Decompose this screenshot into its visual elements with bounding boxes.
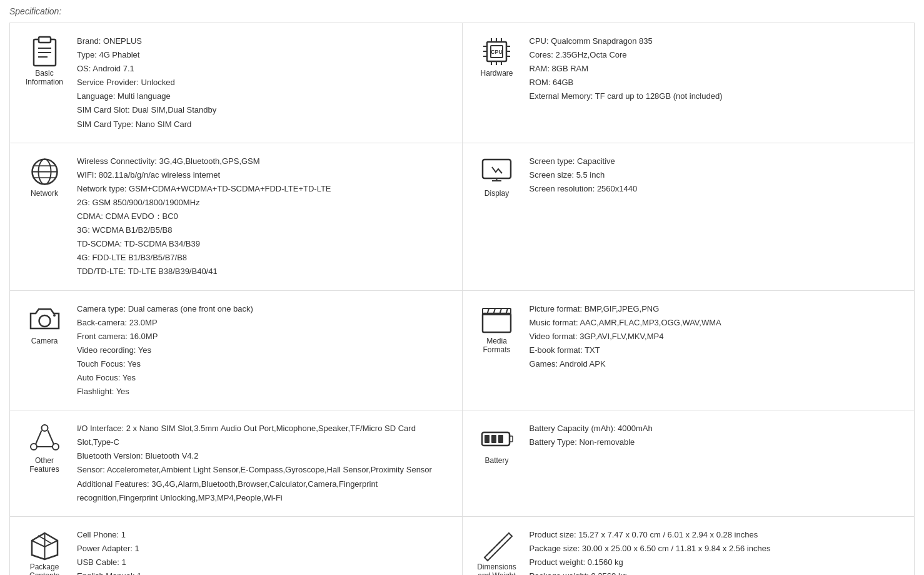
spec-line: SIM Card Type: Nano SIM Card bbox=[77, 118, 453, 131]
spec-line: Product size: 15.27 x 7.47 x 0.70 cm / 6… bbox=[530, 528, 905, 542]
svg-line-39 bbox=[36, 430, 42, 444]
spec-line: I/O Interface: 2 x Nano SIM Slot,3.5mm A… bbox=[77, 422, 453, 449]
svg-rect-25 bbox=[483, 160, 511, 178]
basic-information-icon bbox=[28, 34, 62, 69]
camera-content: Camera type: Dual cameras (one front one… bbox=[77, 302, 453, 399]
spec-line: CDMA: CDMA EVDO：BC0 bbox=[77, 210, 453, 223]
dimensions-weight-icon-wrap: Dimensions and Weight bbox=[472, 528, 522, 575]
spec-cell-dimensions-weight: Dimensions and WeightProduct size: 15.27… bbox=[463, 517, 915, 575]
spec-cell-battery: BatteryBattery Capacity (mAh): 4000mAhBa… bbox=[463, 410, 915, 517]
spec-line: Additional Features: 3G,4G,Alarm,Bluetoo… bbox=[77, 477, 453, 505]
spec-line: Brand: ONEPLUS bbox=[77, 34, 453, 48]
spec-grid: Basic InformationBrand: ONEPLUSType: 4G … bbox=[9, 23, 915, 575]
battery-icon-wrap: Battery bbox=[472, 422, 522, 465]
spec-line: Back-camera: 23.0MP bbox=[77, 316, 453, 330]
spec-line: Games: Android APK bbox=[530, 357, 905, 371]
spec-line: Language: Multi language bbox=[77, 89, 453, 103]
svg-point-38 bbox=[53, 444, 59, 450]
camera-label: Camera bbox=[31, 337, 58, 345]
spec-line: Video format: 3GP,AVI,FLV,MKV,MP4 bbox=[530, 330, 905, 343]
basic-information-content: Brand: ONEPLUSType: 4G PhabletOS: Androi… bbox=[77, 34, 453, 131]
battery-label: Battery bbox=[485, 456, 508, 465]
spec-line: TDD/TD-LTE: TD-LTE B38/B39/B40/41 bbox=[77, 265, 453, 278]
svg-text:CPU: CPU bbox=[491, 49, 503, 55]
spec-line: Video recording: Yes bbox=[77, 343, 453, 357]
battery-content: Battery Capacity (mAh): 4000mAhBattery T… bbox=[530, 422, 905, 449]
package-contents-content: Cell Phone: 1Power Adapter: 1USB Cable: … bbox=[77, 528, 453, 575]
spec-line: Package size: 30.00 x 25.00 x 6.50 cm / … bbox=[530, 542, 905, 556]
network-label: Network bbox=[31, 189, 58, 198]
spec-line: OS: Android 7.1 bbox=[77, 62, 453, 76]
battery-icon bbox=[480, 422, 514, 456]
spec-line: Power Adapter: 1 bbox=[77, 542, 453, 556]
spec-line: Product weight: 0.1560 kg bbox=[530, 556, 905, 569]
spec-line: Front camera: 16.0MP bbox=[77, 330, 453, 343]
svg-point-28 bbox=[39, 315, 50, 327]
spec-cell-media-formats: Media FormatsPicture format: BMP,GIF,JPE… bbox=[463, 291, 915, 411]
spec-line: Touch Focus: Yes bbox=[77, 357, 453, 371]
other-features-label: Other Features bbox=[19, 456, 69, 474]
svg-line-54 bbox=[490, 550, 492, 552]
spec-line: Music format: AAC,AMR,FLAC,MP3,OGG,WAV,W… bbox=[530, 316, 905, 330]
spec-line: Picture format: BMP,GIF,JPEG,PNG bbox=[530, 302, 905, 316]
svg-rect-45 bbox=[491, 435, 496, 443]
spec-line: TD-SCDMA: TD-SCDMA B34/B39 bbox=[77, 237, 453, 251]
spec-line: Bluetooth Version: Bluetooth V4.2 bbox=[77, 449, 453, 463]
other-features-icon-wrap: Other Features bbox=[19, 422, 69, 474]
dimensions-weight-content: Product size: 15.27 x 7.47 x 0.70 cm / 6… bbox=[530, 528, 905, 575]
network-icon bbox=[28, 155, 62, 189]
spec-line: Auto Focus: Yes bbox=[77, 371, 453, 385]
spec-line: English Manual: 1 bbox=[77, 569, 453, 575]
other-features-icon bbox=[28, 422, 62, 456]
spec-cell-display: DisplayScreen type: CapacitiveScreen siz… bbox=[463, 143, 915, 291]
basic-information-label: Basic Information bbox=[19, 69, 69, 86]
spec-cell-package-contents: Package ContentsCell Phone: 1Power Adapt… bbox=[10, 517, 463, 575]
package-contents-label: Package Contents bbox=[19, 562, 69, 575]
svg-line-55 bbox=[498, 542, 500, 544]
hardware-icon-wrap: CPU Hardware bbox=[472, 34, 522, 78]
spec-line: Screen size: 5.5 inch bbox=[530, 168, 905, 182]
spec-line: 2G: GSM 850/900/1800/1900MHz bbox=[77, 196, 453, 210]
spec-line: Battery Type: Non-removable bbox=[530, 435, 905, 449]
spec-cell-camera: CameraCamera type: Dual cameras (one fro… bbox=[10, 291, 463, 411]
spec-line: Flashlight: Yes bbox=[77, 385, 453, 399]
package-contents-icon bbox=[28, 528, 62, 562]
spec-cell-network: NetworkWireless Connectivity: 3G,4G,Blue… bbox=[10, 143, 463, 291]
spec-line: Screen resolution: 2560x1440 bbox=[530, 182, 905, 196]
spec-line: Wireless Connectivity: 3G,4G,Bluetooth,G… bbox=[77, 155, 453, 168]
network-icon-wrap: Network bbox=[19, 155, 69, 198]
spec-line: Service Provider: Unlocked bbox=[77, 76, 453, 89]
svg-rect-46 bbox=[498, 435, 503, 443]
spec-line: Cell Phone: 1 bbox=[77, 528, 453, 542]
svg-point-29 bbox=[53, 314, 56, 317]
media-formats-icon-wrap: Media Formats bbox=[472, 302, 522, 354]
svg-point-37 bbox=[31, 444, 37, 450]
spec-line: Screen type: Capacitive bbox=[530, 155, 905, 168]
spec-line: Type: 4G Phablet bbox=[77, 48, 453, 62]
svg-rect-44 bbox=[485, 435, 490, 443]
svg-rect-43 bbox=[510, 436, 513, 442]
hardware-icon: CPU bbox=[480, 34, 514, 69]
package-contents-icon-wrap: Package Contents bbox=[19, 528, 69, 575]
hardware-label: Hardware bbox=[480, 69, 513, 78]
spec-cell-basic-information: Basic InformationBrand: ONEPLUSType: 4G … bbox=[10, 23, 463, 143]
spec-line: External Memory: TF card up to 128GB (no… bbox=[530, 89, 905, 103]
spec-line: 4G: FDD-LTE B1/B3/B5/B7/B8 bbox=[77, 251, 453, 265]
svg-marker-49 bbox=[485, 533, 512, 561]
spec-line: Camera type: Dual cameras (one front one… bbox=[77, 302, 453, 316]
display-label: Display bbox=[485, 189, 509, 198]
spec-line: WIFI: 802.11a/b/g/n/ac wireless internet bbox=[77, 168, 453, 182]
spec-cell-hardware: CPU HardwareCPU: Qualcomm Snapdragon 835… bbox=[463, 23, 915, 143]
spec-line: Battery Capacity (mAh): 4000mAh bbox=[530, 422, 905, 435]
spec-line: SIM Card Slot: Dual SIM,Dual Standby bbox=[77, 103, 453, 117]
spec-line: CPU: Qualcomm Snapdragon 835 bbox=[530, 34, 905, 48]
media-formats-content: Picture format: BMP,GIF,JPEG,PNGMusic fo… bbox=[530, 302, 905, 371]
svg-rect-30 bbox=[483, 313, 511, 332]
svg-line-53 bbox=[500, 539, 503, 542]
network-content: Wireless Connectivity: 3G,4G,Bluetooth,G… bbox=[77, 155, 453, 279]
spec-line: Network type: GSM+CDMA+WCDMA+TD-SCDMA+FD… bbox=[77, 182, 453, 196]
spec-title: Specification: bbox=[9, 6, 915, 16]
spec-line: Package weight: 0.3560 kg bbox=[530, 569, 905, 575]
svg-point-36 bbox=[41, 425, 48, 431]
dimensions-weight-icon bbox=[480, 528, 514, 562]
